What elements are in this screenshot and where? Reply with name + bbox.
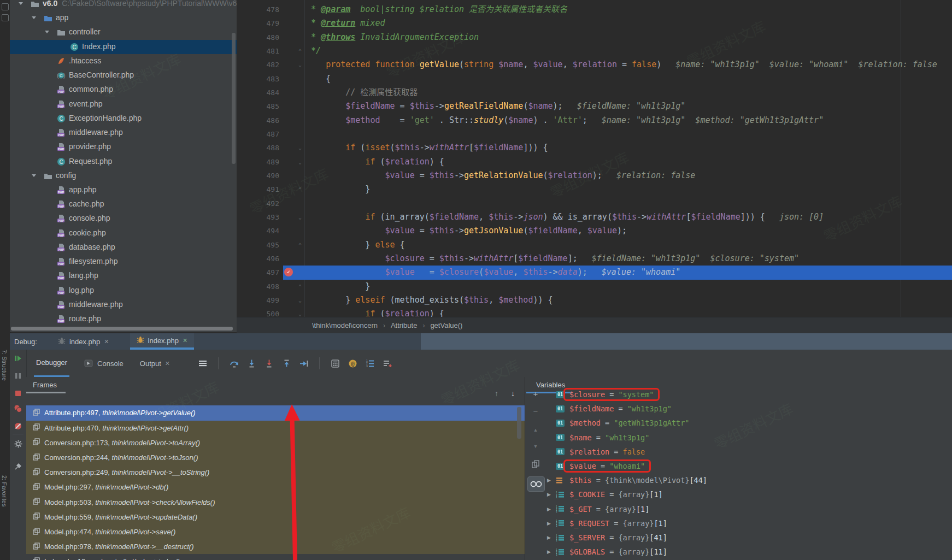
breadcrumb-item[interactable]: \think\model\concern: [312, 321, 378, 329]
expand-icon[interactable]: ▶: [547, 549, 556, 555]
tree-item-filesystem-php[interactable]: PHPfilesystem.php: [10, 255, 237, 269]
line-number[interactable]: 493: [237, 210, 279, 224]
expand-icon[interactable]: ▶: [547, 506, 556, 512]
tree-item-config[interactable]: config: [10, 169, 237, 183]
hamburger-button[interactable]: [198, 358, 208, 368]
tree-item-app-php[interactable]: PHPapp.php: [10, 183, 237, 197]
force-step-into-button[interactable]: [264, 358, 274, 368]
frame-down-icon[interactable]: ↓: [511, 389, 515, 398]
line-number[interactable]: 487: [237, 127, 279, 141]
tree-expand-arrow[interactable]: [32, 174, 36, 177]
stack-frame-row[interactable]: Attribute.php:470, think\model\Pivot->ge…: [26, 421, 525, 435]
fold-marker[interactable]: ⌄: [298, 293, 302, 307]
step-out-button[interactable]: [281, 358, 291, 368]
tree-item-provider-php[interactable]: PHPprovider.php: [10, 140, 237, 154]
stop-button[interactable]: [14, 389, 22, 398]
mark-object-button[interactable]: @: [348, 358, 357, 368]
run-to-cursor-button[interactable]: [299, 358, 309, 368]
line-number[interactable]: 481: [237, 44, 279, 58]
line-number[interactable]: 478: [237, 3, 279, 16]
expand-icon[interactable]: ▶: [547, 535, 556, 540]
line-number[interactable]: 500: [237, 307, 279, 317]
expand-icon[interactable]: ▶: [547, 492, 556, 497]
breadcrumb-item[interactable]: Attribute: [391, 321, 417, 329]
fold-marker[interactable]: ⌃: [298, 280, 302, 293]
stack-frame-row[interactable]: Attribute.php:497, think\model\Pivot->ge…: [26, 405, 525, 420]
debug-session-tab[interactable]: index.php✕: [51, 333, 116, 350]
fold-marker[interactable]: ⌄: [298, 307, 302, 317]
tab-frames[interactable]: Frames: [33, 381, 57, 397]
stack-frame-row[interactable]: Conversion.php:173, think\model\Pivot->t…: [26, 435, 525, 450]
tree-vertical-scrollbar[interactable]: [232, 33, 236, 164]
tree-item-middleware-php[interactable]: PHPmiddleware.php: [10, 126, 237, 140]
fold-marker[interactable]: ⌄: [298, 58, 302, 72]
stack-frame-row[interactable]: Model.php:474, think\model\Pivot->save(): [26, 524, 525, 539]
watches-toggle-button[interactable]: [527, 476, 545, 492]
resume-button[interactable]: [14, 354, 22, 363]
variable-row[interactable]: 01$value = "whoami": [547, 459, 952, 473]
tree-item-controller[interactable]: controller: [10, 25, 237, 39]
fold-marker[interactable]: ⌃: [298, 238, 302, 252]
variable-row[interactable]: 01$method = "getWh1t3p1gAttr": [547, 416, 952, 430]
tree-item-middleware-php[interactable]: PHPmiddleware.php: [10, 298, 237, 312]
frames-scrollbar[interactable]: [517, 407, 521, 439]
show-as-list-button[interactable]: 123: [365, 358, 375, 368]
variable-row[interactable]: ▶123$_GET = {array} [1]: [547, 502, 952, 516]
rail-structure-button[interactable]: 7: Structure: [1, 350, 8, 381]
fold-marker[interactable]: ⌃: [298, 182, 302, 196]
stack-frame-row[interactable]: Model.php:297, think\model\Pivot->db(): [26, 480, 525, 494]
stack-frame-row[interactable]: Model.php:978, think\model\Pivot->__dest…: [26, 539, 525, 554]
pin-button[interactable]: [14, 462, 22, 471]
move-up-button[interactable]: ▲: [528, 427, 543, 433]
pause-button[interactable]: [14, 372, 22, 380]
tab-debugger[interactable]: Debugger: [34, 350, 69, 377]
debug-session-tab[interactable]: index.php✕: [130, 333, 195, 350]
tree-expand-arrow[interactable]: [45, 31, 49, 33]
line-number[interactable]: 497: [237, 266, 279, 279]
line-number[interactable]: 480: [237, 31, 279, 44]
line-number[interactable]: 490: [237, 169, 279, 182]
frame-up-icon[interactable]: ↑: [495, 389, 498, 398]
variable-row[interactable]: ▶123$_SERVER = {array} [41]: [547, 530, 952, 545]
variable-row[interactable]: 01$relation = false: [547, 445, 952, 459]
tree-item-event-php[interactable]: PHPevent.php: [10, 97, 237, 111]
tree-expand-arrow[interactable]: [19, 2, 23, 5]
tree-item-cookie-php[interactable]: PHPcookie.php: [10, 226, 237, 240]
line-number[interactable]: 486: [237, 114, 279, 127]
rail-project-icon[interactable]: [2, 3, 9, 10]
variable-row[interactable]: ▶$this = {think\model\Pivot} [44]: [547, 473, 952, 487]
line-number[interactable]: 491: [237, 182, 279, 196]
tree-item-app[interactable]: app: [10, 11, 237, 25]
tree-item-log-php[interactable]: PHPlog.php: [10, 284, 237, 298]
tree-expand-arrow[interactable]: [32, 16, 36, 19]
line-number[interactable]: 498: [237, 280, 279, 293]
line-number[interactable]: 484: [237, 86, 279, 99]
tree-item--htaccess[interactable]: .htaccess: [10, 54, 237, 68]
variable-row[interactable]: 01$fieldName = "wh1t3p1g": [547, 402, 952, 416]
evaluate-button[interactable]: [330, 358, 340, 368]
tab-console[interactable]: Console: [81, 350, 126, 377]
close-icon[interactable]: ✕: [183, 337, 187, 344]
settings-button[interactable]: [14, 439, 22, 448]
add-to-watches-button[interactable]: [383, 358, 392, 368]
line-number[interactable]: 482: [237, 58, 279, 72]
variable-row[interactable]: 01$closure = "system": [547, 387, 952, 402]
expand-icon[interactable]: ▶: [547, 521, 556, 526]
remove-watch-button[interactable]: −: [528, 406, 543, 416]
tree-item-database-php[interactable]: PHPdatabase.php: [10, 240, 237, 255]
line-number[interactable]: 499: [237, 293, 279, 307]
copy-value-button[interactable]: [528, 460, 543, 470]
variable-row[interactable]: ▶123$_REQUEST = {array} [1]: [547, 516, 952, 530]
tree-item-basecontroller-php[interactable]: (C)BaseController.php: [10, 68, 237, 82]
stack-frame-row[interactable]: Conversion.php:244, think\model\Pivot->t…: [26, 450, 525, 465]
tree-horizontal-scrollbar[interactable]: [11, 327, 233, 331]
line-number[interactable]: 483: [237, 72, 279, 86]
close-icon[interactable]: ✕: [104, 338, 109, 345]
fold-marker[interactable]: ⌄: [298, 210, 302, 224]
breadcrumb-item[interactable]: getValue(): [430, 321, 462, 329]
tree-item-lang-php[interactable]: PHPlang.php: [10, 269, 237, 283]
tab-output[interactable]: Output✕: [138, 350, 172, 377]
tree-item-request-php[interactable]: CRequest.php: [10, 155, 237, 169]
tree-item-common-php[interactable]: PHPcommon.php: [10, 82, 237, 97]
line-number[interactable]: 492: [237, 197, 279, 210]
